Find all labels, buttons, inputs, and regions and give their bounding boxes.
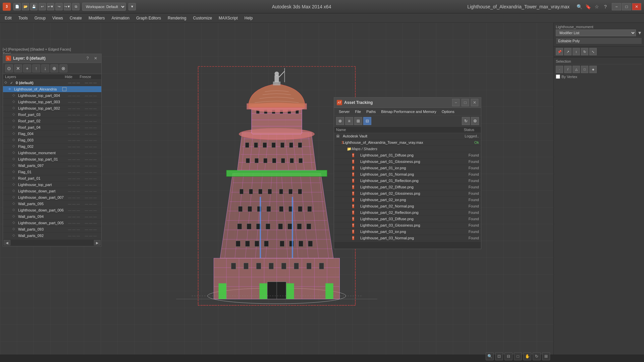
at-footer-input[interactable]: [336, 243, 479, 247]
layer-panel-close-btn[interactable]: ✕: [93, 55, 99, 61]
menu-graph-editors[interactable]: Graph Editors: [133, 14, 164, 22]
redo-history-btn[interactable]: ↪▼: [64, 3, 71, 10]
sel-element-btn[interactable]: ◈: [589, 66, 597, 73]
at-table-row[interactable]: T Lighthouse_part_01_Normal.png Found: [334, 171, 481, 178]
at-table-row[interactable]: T Lighthouse_part_01_Glossiness.png Foun…: [334, 159, 481, 165]
search-icon[interactable]: 🔍: [576, 3, 583, 10]
save-btn[interactable]: 💾: [30, 3, 38, 10]
redo-btn[interactable]: ↪: [55, 3, 63, 10]
modifier-list-dropdown-icon[interactable]: ▼: [637, 30, 642, 36]
by-vertex-check[interactable]: By Vertex: [556, 74, 642, 79]
layer-list-item[interactable]: ◇ Flag_002 — — — — — —: [3, 143, 101, 150]
at-table-row[interactable]: T Lighthouse_part_02_ior.png Found: [334, 197, 481, 203]
layer-list-item[interactable]: ◇ Lighthouse_top_part_004 — — — — — —: [3, 93, 101, 99]
layer-list-item[interactable]: ◇ Wall_parts_093 — — — — — —: [3, 226, 101, 233]
layer-list-item[interactable]: ◇ Wall_parts_097 — — — — — —: [3, 163, 101, 169]
zoom-btn[interactable]: 🔍: [486, 352, 494, 360]
layer-list-item[interactable]: ◇ Lighthouse_down_part — — — — — —: [3, 188, 101, 194]
layer-list-item[interactable]: ◇ Flag_003 — — — — — —: [3, 137, 101, 143]
at-table-row[interactable]: T Lighthouse_part_02_Normal.png Found: [334, 203, 481, 209]
menu-customize[interactable]: Customize: [190, 14, 215, 22]
at-table-row[interactable]: 3 Lighthouse_of_Alexandria_Tower_max_vra…: [334, 139, 481, 146]
at-tb-btn-1[interactable]: ≡: [345, 117, 353, 125]
maximize-vp-btn[interactable]: ⊞: [542, 352, 550, 360]
at-menu-paths[interactable]: Paths: [364, 109, 378, 114]
undo-history-btn[interactable]: ↩▼: [47, 3, 54, 10]
editable-poly-item[interactable]: Editable Poly: [556, 38, 642, 44]
menu-rendering[interactable]: Rendering: [164, 14, 190, 22]
workspace-select[interactable]: Workspace: Default: [82, 3, 126, 11]
layer-list-item[interactable]: ◇ Wall_parts_092 — — — — — —: [3, 233, 101, 239]
at-table-row[interactable]: T Lighthouse_part_03_Glossiness.png Foun…: [334, 222, 481, 229]
menu-modifiers[interactable]: Modifiers: [85, 14, 108, 22]
layer-list-item[interactable]: ◇ Lighthouse_down_part_007 — — — — — —: [3, 194, 101, 201]
layer-list-item[interactable]: ◇ Lighthouse_monument — — — — — —: [3, 150, 101, 156]
sel-poly-btn[interactable]: □: [581, 66, 588, 73]
layer-list-item[interactable]: ◇ Lighthouse_top_part_003 — — — — — —: [3, 99, 101, 105]
sel-edge-btn[interactable]: /: [564, 66, 572, 73]
layer-list-item[interactable]: ◇ Flag_004 — — — — — —: [3, 131, 101, 137]
new-btn[interactable]: 📄: [13, 3, 21, 10]
layer-nav-right-btn[interactable]: ▶: [94, 240, 101, 245]
layer-list-item[interactable]: ◇ Roof_part_04 — — — — — —: [3, 124, 101, 131]
layer-tb-btn-0[interactable]: ⊙: [5, 64, 13, 72]
sel-border-btn[interactable]: △: [573, 66, 580, 73]
at-table-row[interactable]: T Lighthouse_part_01_Reflection.png Foun…: [334, 178, 481, 184]
zoom-selected-btn[interactable]: ⊟: [504, 352, 513, 360]
layer-panel-help-btn[interactable]: ?: [85, 55, 91, 61]
at-table-row[interactable]: 🏛 Autodesk Vault Logged..: [334, 133, 481, 139]
at-tb-btn-3[interactable]: ⊟: [363, 117, 371, 125]
at-close-btn[interactable]: ✕: [471, 99, 478, 106]
orbit-btn[interactable]: ↻: [533, 352, 541, 360]
help-icon[interactable]: ?: [602, 3, 609, 10]
at-menu-server[interactable]: Server: [336, 109, 352, 114]
layer-list-item[interactable]: ◇ Roof_part_03 — — — — — —: [3, 112, 101, 118]
copy-btn[interactable]: ⧉: [72, 3, 79, 10]
layer-list-item[interactable]: ◇ Wall_parts_094 — — — — — —: [3, 214, 101, 220]
by-vertex-checkbox[interactable]: [556, 74, 560, 79]
at-table-row[interactable]: T Lighthouse_part_01_Diffuse.png Found: [334, 152, 481, 159]
zoom-extents-btn[interactable]: □: [514, 352, 522, 360]
at-table-row[interactable]: T Lighthouse_part_01_ior.png Found: [334, 165, 481, 171]
at-table-row[interactable]: T Lighthouse_part_02_Glossiness.png Foun…: [334, 190, 481, 197]
menu-group[interactable]: Group: [31, 14, 49, 22]
at-maximize-btn[interactable]: □: [462, 99, 469, 106]
layer-list-item[interactable]: ◇ Lighthouse_top_part_01 — — — — — —: [3, 156, 101, 163]
at-minimize-btn[interactable]: −: [452, 99, 460, 106]
layer-list-item[interactable]: ◇ Lighthouse_top_part_002 — — — — — —: [3, 105, 101, 112]
at-tb-btn-2[interactable]: ⊞: [354, 117, 362, 125]
rp-pin-btn[interactable]: 📌: [556, 48, 563, 55]
layer-list-item[interactable]: ◇ Roof_part_01 — — — — — —: [3, 175, 101, 182]
at-table-row[interactable]: T Lighthouse_part_02_Diffuse.png Found: [334, 184, 481, 190]
rp-scale-btn[interactable]: ⤡: [589, 48, 597, 55]
zoom-all-btn[interactable]: ⊡: [495, 352, 503, 360]
rp-select-btn[interactable]: ↗: [564, 48, 572, 55]
layer-tb-btn-6[interactable]: ⊗: [59, 64, 67, 72]
rp-rotate-btn[interactable]: ↻: [581, 48, 588, 55]
layer-list-item[interactable]: ◇ ✓ 0 (default) — — — — — —: [3, 80, 101, 86]
at-menu-file[interactable]: File: [352, 109, 364, 114]
layer-list-item[interactable]: ◇ Roof_part_02 — — — — — —: [3, 118, 101, 124]
bookmark-icon[interactable]: 🔖: [584, 3, 592, 10]
at-tb-settings-btn[interactable]: ⚙: [471, 117, 479, 125]
at-table-row[interactable]: T Lighthouse_part_03_ior.png Found: [334, 229, 481, 235]
layer-tb-btn-2[interactable]: +: [23, 64, 31, 72]
rp-move-btn[interactable]: ↕: [573, 48, 580, 55]
layer-list-item[interactable]: ◇ Lighthouse_top_part — — — — — —: [3, 182, 101, 188]
at-menu-bitmap[interactable]: Bitmap Performance and Memory: [378, 109, 439, 114]
pan-btn[interactable]: ✋: [523, 352, 531, 360]
modifier-list-select[interactable]: Modifier List: [556, 29, 636, 36]
sel-vertex-btn[interactable]: ·: [556, 66, 563, 73]
layer-tb-btn-4[interactable]: ↓: [41, 64, 49, 72]
at-table-row[interactable]: T Lighthouse_part_02_Reflection.png Foun…: [334, 209, 481, 216]
layer-list-item[interactable]: ◇ Flag_01 — — — — — —: [3, 169, 101, 175]
layer-list-item[interactable]: ◇ Wall_parts_095 — — — — — —: [3, 201, 101, 207]
open-btn[interactable]: 📂: [22, 3, 29, 10]
at-menu-options[interactable]: Options: [439, 109, 457, 114]
menu-animation[interactable]: Animation: [108, 14, 133, 22]
close-btn[interactable]: ✕: [632, 3, 641, 10]
at-header[interactable]: AT Asset Tracking − □ ✕: [334, 98, 481, 108]
layer-nav-left-btn[interactable]: ◀: [4, 240, 10, 245]
layer-tb-btn-3[interactable]: ↑: [32, 64, 40, 72]
menu-maxscript[interactable]: MAXScript: [215, 14, 241, 22]
